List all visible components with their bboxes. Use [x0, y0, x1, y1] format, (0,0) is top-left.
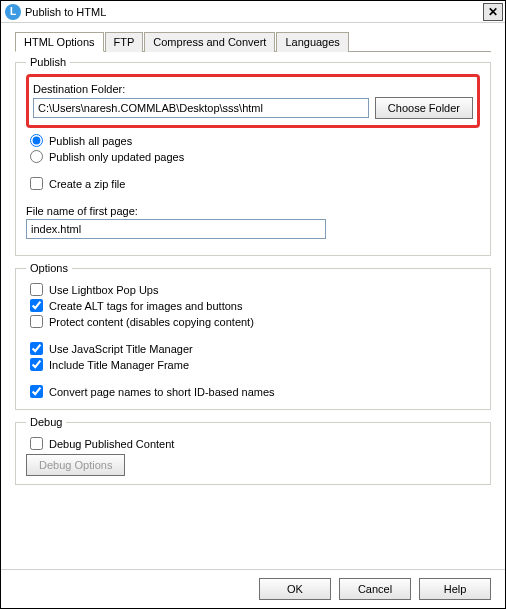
- debug-published-checkbox[interactable]: [30, 437, 43, 450]
- short-names-checkbox[interactable]: [30, 385, 43, 398]
- js-title-label: Use JavaScript Title Manager: [49, 343, 193, 355]
- create-zip-label: Create a zip file: [49, 178, 125, 190]
- create-zip-checkbox[interactable]: [30, 177, 43, 190]
- ok-button[interactable]: OK: [259, 578, 331, 600]
- publish-legend: Publish: [26, 56, 70, 68]
- file-name-input[interactable]: [26, 219, 326, 239]
- publish-updated-label: Publish only updated pages: [49, 151, 184, 163]
- help-button[interactable]: Help: [419, 578, 491, 600]
- app-icon: L: [5, 4, 21, 20]
- lightbox-label: Use Lightbox Pop Ups: [49, 284, 158, 296]
- tab-ftp[interactable]: FTP: [105, 32, 144, 52]
- debug-group: Debug Debug Published Content Debug Opti…: [15, 416, 491, 485]
- close-button[interactable]: ✕: [483, 3, 503, 21]
- debug-options-button: Debug Options: [26, 454, 125, 476]
- tab-compress[interactable]: Compress and Convert: [144, 32, 275, 52]
- protect-content-checkbox[interactable]: [30, 315, 43, 328]
- alt-tags-label: Create ALT tags for images and buttons: [49, 300, 242, 312]
- lightbox-checkbox[interactable]: [30, 283, 43, 296]
- protect-content-label: Protect content (disables copying conten…: [49, 316, 254, 328]
- debug-legend: Debug: [26, 416, 66, 428]
- choose-folder-button[interactable]: Choose Folder: [375, 97, 473, 119]
- tab-languages[interactable]: Languages: [276, 32, 348, 52]
- options-legend: Options: [26, 262, 72, 274]
- destination-folder-label: Destination Folder:: [33, 83, 473, 95]
- title-bar: L Publish to HTML ✕: [1, 1, 505, 23]
- debug-published-label: Debug Published Content: [49, 438, 174, 450]
- tab-bar: HTML Options FTP Compress and Convert La…: [15, 31, 491, 52]
- title-frame-label: Include Title Manager Frame: [49, 359, 189, 371]
- dialog-body: HTML Options FTP Compress and Convert La…: [1, 23, 505, 569]
- destination-folder-input[interactable]: [33, 98, 369, 118]
- file-name-label: File name of first page:: [26, 205, 480, 217]
- button-bar: OK Cancel Help: [1, 569, 505, 608]
- publish-updated-radio[interactable]: [30, 150, 43, 163]
- tab-html-options[interactable]: HTML Options: [15, 32, 104, 52]
- publish-all-radio[interactable]: [30, 134, 43, 147]
- publish-all-label: Publish all pages: [49, 135, 132, 147]
- publish-group: Publish Destination Folder: Choose Folde…: [15, 56, 491, 256]
- options-group: Options Use Lightbox Pop Ups Create ALT …: [15, 262, 491, 410]
- short-names-label: Convert page names to short ID-based nam…: [49, 386, 275, 398]
- highlight-box: Destination Folder: Choose Folder: [26, 74, 480, 128]
- title-frame-checkbox[interactable]: [30, 358, 43, 371]
- js-title-checkbox[interactable]: [30, 342, 43, 355]
- alt-tags-checkbox[interactable]: [30, 299, 43, 312]
- cancel-button[interactable]: Cancel: [339, 578, 411, 600]
- window-title: Publish to HTML: [25, 6, 483, 18]
